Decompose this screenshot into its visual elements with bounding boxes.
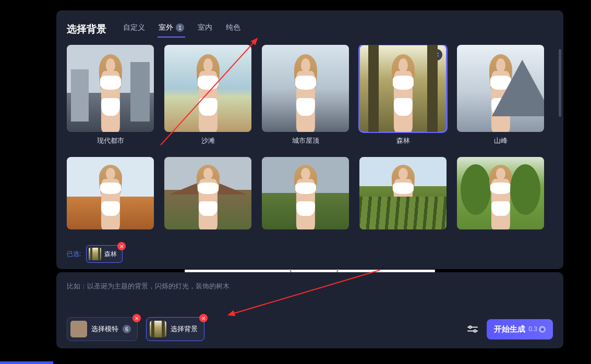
model-figure [474, 163, 526, 229]
selected-row: 已选: 森林 ✕ [67, 245, 123, 263]
bg-card-city: 现代都市 [67, 45, 154, 145]
remove-background-icon[interactable]: ✕ [199, 314, 208, 322]
bg-thumb-forest[interactable]: ✕ [359, 45, 447, 132]
model-figure [474, 52, 526, 132]
prompt-panel: 比如：以圣诞为主题的背景，闪烁的灯光，装饰的树木 选择模特 6 ✕ 选择背景 ✕… [56, 272, 563, 348]
background-scroll: 现代都市沙滩城市屋顶✕森林山峰 [67, 45, 553, 233]
select-model-chip[interactable]: 选择模特 6 ✕ [67, 317, 138, 341]
model-figure [84, 52, 136, 132]
model-thumb [70, 321, 87, 337]
panel-title: 选择背景 [67, 22, 106, 36]
selected-prefix: 已选: [67, 250, 81, 259]
bg-thumb-farm[interactable] [164, 157, 251, 229]
model-figure [84, 163, 136, 229]
tab-indoor[interactable]: 室内 [197, 21, 213, 38]
tab-outdoor-label: 室外 [159, 23, 173, 32]
selected-chip-thumb [89, 248, 101, 260]
background-thumb [150, 321, 166, 337]
bg-label-city: 现代都市 [97, 136, 124, 145]
bottom-row: 选择模特 6 ✕ 选择背景 ✕ 开始生成 0.3 ◉ [67, 317, 553, 341]
selected-chip-label: 森林 [104, 250, 117, 259]
model-figure [182, 52, 234, 132]
bg-card-peak: 山峰 [457, 45, 544, 145]
bg-thumb-peak[interactable] [457, 45, 544, 132]
bg-label-peak: 山峰 [494, 136, 508, 145]
bg-card-grass [262, 157, 349, 229]
model-figure [377, 163, 429, 229]
tab-solid[interactable]: 纯色 [225, 21, 242, 38]
background-panel: 选择背景 自定义 室外 1 室内 纯色 现代都市沙滩城市屋顶✕森林山峰 已选: … [56, 10, 563, 269]
scrollbar[interactable] [559, 49, 561, 117]
bg-thumb-roof[interactable] [262, 45, 349, 132]
svg-line-7 [228, 270, 380, 315]
bg-thumb-vine[interactable] [359, 157, 447, 229]
bg-label-beach: 沙滩 [201, 136, 215, 145]
bg-label-forest: 森林 [396, 136, 410, 145]
bg-card-farm [164, 157, 251, 229]
remove-model-icon[interactable]: ✕ [132, 314, 141, 322]
model-figure [279, 52, 331, 132]
bg-card-beach: 沙滩 [164, 45, 251, 145]
selected-chip[interactable]: 森林 ✕ [86, 245, 123, 263]
bg-card-vine [359, 157, 447, 229]
svg-point-1 [469, 326, 472, 328]
progress-bar [0, 361, 53, 364]
select-background-chip[interactable]: 选择背景 ✕ [146, 317, 204, 341]
tab-custom[interactable]: 自定义 [122, 21, 146, 38]
bg-thumb-grass[interactable] [262, 157, 349, 229]
bg-thumb-beach[interactable] [164, 45, 251, 132]
background-grid: 现代都市沙滩城市屋顶✕森林山峰 [67, 45, 553, 229]
bg-thumb-desert[interactable] [67, 157, 154, 229]
coin-icon: ◉ [539, 326, 546, 333]
bg-thumb-city[interactable] [67, 45, 154, 132]
bg-card-desert [67, 157, 154, 229]
model-figure [182, 163, 234, 229]
bg-thumb-trees[interactable] [457, 157, 544, 229]
tab-outdoor-badge: 1 [176, 23, 184, 32]
model-count-badge: 6 [123, 325, 131, 333]
bg-card-trees [457, 157, 544, 229]
prompt-hint: 比如：以圣诞为主题的背景，闪烁的灯光，装饰的树木 [67, 282, 553, 291]
start-generate-cost: 0.3 ◉ [528, 325, 546, 333]
settings-icon[interactable] [467, 323, 478, 335]
model-figure [279, 163, 331, 229]
select-background-label: 选择背景 [171, 324, 198, 334]
start-generate-label: 开始生成 [494, 324, 525, 334]
arrow-annotation-chip [223, 267, 390, 319]
bg-card-forest: ✕森林 [359, 45, 447, 145]
start-generate-button[interactable]: 开始生成 0.3 ◉ [487, 319, 553, 339]
bg-label-roof: 城市屋顶 [292, 136, 319, 145]
bg-card-roof: 城市屋顶 [262, 45, 349, 145]
svg-point-4 [474, 330, 476, 332]
select-model-label: 选择模特 [91, 324, 118, 334]
remove-selected-icon[interactable]: ✕ [117, 242, 126, 250]
panel-header: 选择背景 自定义 室外 1 室内 纯色 [67, 21, 553, 38]
tab-outdoor[interactable]: 室外 1 [158, 21, 185, 38]
model-figure [377, 52, 429, 132]
deselect-bg-icon[interactable]: ✕ [431, 49, 442, 60]
